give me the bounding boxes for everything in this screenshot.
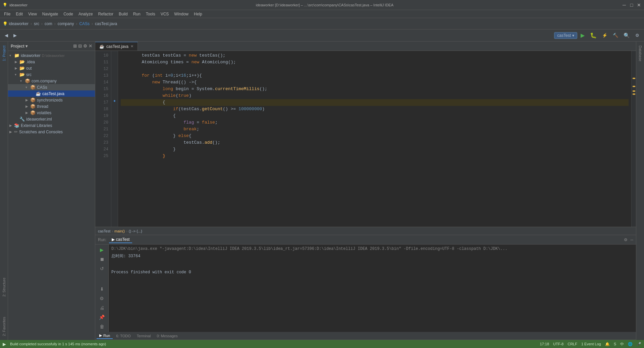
- expand-all-button[interactable]: ⊞: [73, 44, 77, 49]
- tree-item-idea[interactable]: ▶ 📂 .idea: [8, 59, 95, 65]
- code-line-11: AtomicLong times = new AtomicLong();: [121, 59, 629, 66]
- minimize-button[interactable]: ─: [622, 3, 627, 7]
- right-margin-panel: [631, 51, 636, 227]
- menu-item-window[interactable]: Window: [171, 11, 191, 17]
- left-tab-strip: 1: Project 2: Structure 2: Favorites: [0, 42, 8, 340]
- run-settings-icon[interactable]: ⚙: [624, 237, 628, 242]
- build-button[interactable]: 🔨: [611, 32, 620, 39]
- build-status-text: Build completed successfully in 1 s 145 …: [10, 342, 106, 346]
- collapse-all-button[interactable]: ⊟: [78, 44, 82, 49]
- run-settings2-button[interactable]: ⚙: [97, 294, 107, 302]
- cursor-position[interactable]: 17:18: [540, 342, 549, 346]
- menu-item-view[interactable]: View: [25, 11, 40, 17]
- tree-item-castest[interactable]: ☕ casTest.java: [8, 90, 95, 97]
- tree-item-ext-libs[interactable]: ▶ 📚 External Libraries: [8, 122, 95, 129]
- bottom-tab-messages[interactable]: 0: Messages: [154, 333, 180, 339]
- tree-item-scratches[interactable]: ▶ ✏ Scratches and Consoles: [8, 129, 95, 135]
- run-stop-button[interactable]: ⏹: [97, 255, 107, 263]
- breadcrumb-ideaworker[interactable]: 💡 ideaworker: [3, 21, 29, 26]
- tree-item-ideaworker[interactable]: ▾ 📁 ideaworker D:\ideaworker: [8, 52, 95, 59]
- menu-item-vcs[interactable]: VCS: [158, 11, 172, 17]
- settings-icon[interactable]: ⚙: [83, 44, 87, 49]
- tab-close-button[interactable]: ✕: [130, 44, 133, 49]
- menu-item-help[interactable]: Help: [191, 11, 205, 17]
- run-close-button[interactable]: ─: [630, 237, 633, 242]
- menu-item-tools[interactable]: Tools: [143, 11, 158, 17]
- menu-item-code[interactable]: Code: [61, 11, 76, 17]
- run-header-right: ⚙ ─: [624, 237, 633, 242]
- line-separator-indicator[interactable]: CRLF: [568, 342, 577, 346]
- notifications-icon[interactable]: 🔔: [605, 342, 610, 346]
- menu-item-run[interactable]: Run: [130, 11, 143, 17]
- run-label: Run:: [98, 237, 106, 242]
- tree-item-out[interactable]: ▶ 📂 out: [8, 65, 95, 71]
- code-line-12: [121, 66, 629, 72]
- close-button[interactable]: ✕: [637, 3, 641, 7]
- tree-item-volatiles[interactable]: ▶ 📦 volatiles: [8, 110, 95, 116]
- settings-button[interactable]: ⚙: [633, 32, 641, 39]
- bottom-tab-run[interactable]: ▶ Run: [97, 333, 113, 339]
- breadcrumb-castest-class[interactable]: casTest: [98, 229, 110, 233]
- menu-item-refactor[interactable]: Refactor: [96, 11, 116, 17]
- run-tab-castest[interactable]: ▶ casTest: [109, 236, 132, 243]
- run-sidebar: ▶ ⏹ ↺ ⬇ ⚙ 🖨 📌 🗑: [95, 245, 109, 332]
- tree-item-iml[interactable]: 🔧 ideaworker.iml: [8, 116, 95, 122]
- bottom-tab-terminal[interactable]: Terminal: [134, 333, 154, 339]
- breadcrumb-com[interactable]: com: [45, 21, 52, 26]
- breadcrumb-company[interactable]: company: [58, 21, 74, 26]
- back-button[interactable]: ◀: [3, 32, 10, 39]
- run-config-selector[interactable]: casTest ▾: [554, 32, 577, 39]
- breadcrumb-src[interactable]: src: [34, 21, 39, 26]
- bottom-tab-todo[interactable]: 6: TODO: [113, 333, 133, 339]
- debug-button[interactable]: 🐛: [588, 31, 599, 40]
- expand-arrow: ▾: [15, 73, 19, 76]
- run-delete-button[interactable]: 🗑: [97, 323, 107, 331]
- build-run-button[interactable]: ▶: [3, 342, 6, 347]
- code-line-10: testCas testCas = new testCas();: [121, 52, 629, 59]
- structure-tab[interactable]: 2: Structure: [1, 275, 7, 299]
- run-play-button[interactable]: ▶: [97, 246, 107, 254]
- menu-item-analyze[interactable]: Analyze: [76, 11, 96, 17]
- run-tab-label: Run: [103, 334, 110, 338]
- run-with-coverage-button[interactable]: ⚡: [600, 32, 609, 39]
- encoding-indicator[interactable]: UTF-8: [553, 342, 564, 346]
- code-line-21: break;: [121, 126, 629, 133]
- favorites-tab[interactable]: 2: Favorites: [1, 314, 7, 339]
- run-scroll-end-button[interactable]: ⬇: [97, 285, 107, 293]
- project-tab[interactable]: 1: Project: [1, 43, 7, 64]
- tree-item-label: casTest.java: [42, 91, 64, 96]
- menu-item-navigate[interactable]: Navigate: [40, 11, 61, 17]
- code-editor[interactable]: 10 11 12 13 14 15 16 17 18 19 20 21 22 2…: [95, 51, 636, 227]
- breadcrumb-lambda[interactable]: () -> {...}: [129, 229, 142, 233]
- breadcrumb-file[interactable]: casTest.java: [95, 21, 117, 26]
- run-print-button[interactable]: 🖨: [97, 304, 107, 312]
- breadcrumb-cass[interactable]: CASs: [79, 21, 90, 26]
- run-body: ▶ ⏹ ↺ ⬇ ⚙ 🖨 📌 🗑 D:\JDK\bin\java.exe "-ja…: [95, 245, 636, 332]
- menubar: FileEditViewNavigateCodeAnalyzeRefactorB…: [0, 10, 644, 18]
- run-rerun-button[interactable]: ↺: [97, 265, 107, 273]
- tree-item-label: Scratches and Consoles: [19, 130, 63, 134]
- code-content[interactable]: testCas testCas = new testCas(); AtomicL…: [118, 51, 631, 227]
- close-sidebar-button[interactable]: ✕: [89, 44, 92, 49]
- forward-button[interactable]: ▶: [11, 32, 19, 39]
- event-log-button[interactable]: 1 Event Log: [581, 342, 601, 346]
- editor-tab-castest[interactable]: ☕ casTest.java ✕: [95, 42, 138, 51]
- search-everywhere-button[interactable]: 🔍: [622, 31, 632, 40]
- tree-item-synchronizeds[interactable]: ▶ 📦 synchronizeds: [8, 97, 95, 103]
- menu-item-edit[interactable]: Edit: [13, 11, 25, 17]
- expand-arrow: ▶: [25, 111, 30, 115]
- database-tab[interactable]: Database: [637, 43, 644, 64]
- menu-item-file[interactable]: File: [1, 11, 13, 17]
- run-pin-button[interactable]: 📌: [97, 313, 107, 321]
- tree-item-src[interactable]: ▾ 📂 src: [8, 71, 95, 78]
- tree-item-thread[interactable]: ▶ 📦 thread: [8, 103, 95, 110]
- tree-item-com-company[interactable]: ▾ 📦 com.company: [8, 78, 95, 84]
- main-content: 1: Project 2: Structure 2: Favorites Pro…: [0, 42, 644, 340]
- run-button[interactable]: ▶: [579, 31, 587, 40]
- messages-tab-label: 0: Messages: [157, 334, 177, 338]
- maximize-button[interactable]: □: [629, 3, 634, 7]
- breadcrumb-main-method[interactable]: main(): [114, 229, 125, 233]
- run-header-left: Run: ▶ casTest: [98, 236, 132, 243]
- menu-item-build[interactable]: Build: [116, 11, 130, 17]
- tree-item-cass[interactable]: ▾ 📦 CASs: [8, 84, 95, 90]
